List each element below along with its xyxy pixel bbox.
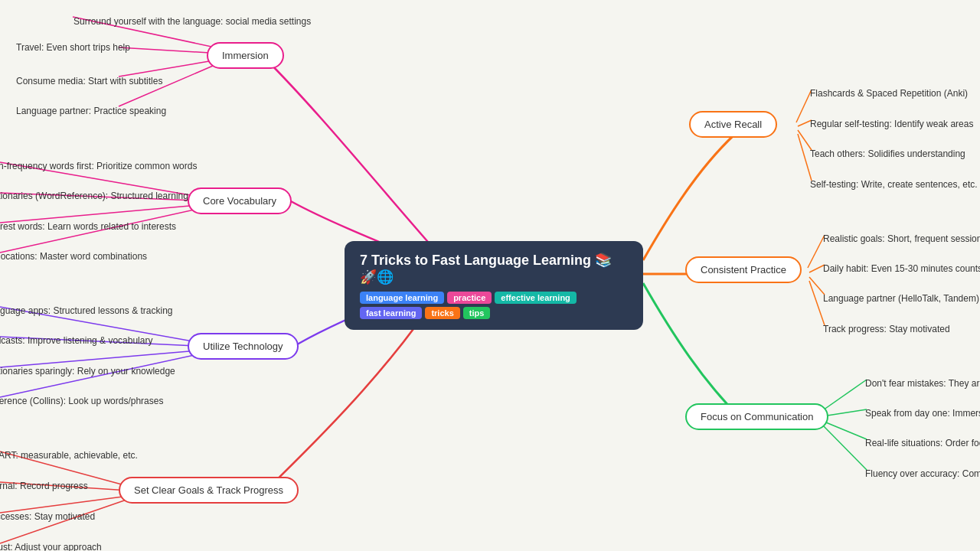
svg-line-23 [809, 281, 825, 325]
leaf-vocab-4: Collocations: Master word combinations [0, 251, 147, 262]
node-immersion-box: Immersion [207, 42, 284, 69]
leaf-vocab-2: Dictionaries (WordReference): Structured… [0, 191, 188, 201]
leaf-vocab-1: High-frequency words first: Prioritize c… [0, 161, 197, 171]
node-activerecall-box: Active Recall [689, 111, 777, 138]
leaf-cons-4: Track progress: Stay motivated [823, 324, 950, 334]
node-corevocab-box: Core Vocabulary [188, 187, 292, 214]
leaf-recall-4: Self-testing: Write, create sentences, e… [810, 179, 978, 190]
svg-line-25 [822, 409, 867, 416]
leaf-vocab-3: Interest words: Learn words related to i… [0, 221, 176, 232]
tag-fast-learning: fast learning [360, 307, 422, 319]
svg-line-16 [796, 90, 812, 122]
leaf-immersion-2: Travel: Even short trips help [16, 42, 130, 53]
svg-line-22 [809, 277, 825, 295]
svg-line-21 [809, 265, 825, 272]
tag-tips: tips [463, 307, 491, 319]
node-utilize-box: Utilize Technology [188, 333, 299, 360]
node-immersion[interactable]: Immersion [207, 42, 284, 69]
leaf-tech-4: Reference (Collins): Look up words/phras… [0, 396, 163, 406]
svg-line-10 [0, 350, 198, 367]
center-tags: language learning practice effective lea… [360, 292, 628, 319]
leaf-focus-1: Don't fear mistakes: They are part of le… [865, 378, 980, 389]
leaf-recall-2: Regular self-testing: Identify weak area… [810, 119, 973, 129]
svg-line-26 [822, 421, 867, 439]
leaf-tech-2: Podcasts: Improve listening & vocabulary [0, 335, 152, 346]
node-goals-box: Set Clear Goals & Track Progress [119, 477, 299, 504]
node-utilize-technology[interactable]: Utilize Technology [188, 333, 299, 360]
svg-line-2 [119, 60, 218, 77]
leaf-cons-1: Realistic goals: Short, frequent session… [823, 233, 980, 244]
tag-tricks: tricks [425, 307, 459, 319]
leaf-focus-4: Fluency over accuracy: Communication fir… [865, 468, 980, 479]
leaf-focus-2: Speak from day one: Immerse yourself [865, 408, 980, 419]
node-active-recall[interactable]: Active Recall [689, 111, 777, 138]
node-consistent-box: Consistent Practice [685, 256, 802, 283]
leaf-immersion-1: Surround yourself with the language: soc… [74, 16, 311, 27]
center-title: 7 Tricks to Fast Language Learning 📚🚀🌐 [360, 252, 628, 285]
leaf-goals-1: SMART: measurable, achievable, etc. [0, 450, 138, 461]
leaf-focus-3: Real-life situations: Order food, ask di… [865, 438, 980, 448]
leaf-tech-3: Dictionaries sparingly: Rely on your kno… [0, 366, 175, 377]
node-focus-communication[interactable]: Focus on Communication [685, 403, 828, 430]
leaf-tech-1: Language apps: Structured lessons & trac… [0, 305, 172, 316]
node-set-clear-goals[interactable]: Set Clear Goals & Track Progress [119, 477, 299, 504]
leaf-goals-3: Successes: Stay motivated [0, 511, 95, 522]
svg-line-18 [798, 130, 812, 150]
leaf-recall-3: Teach others: Solidifies understanding [810, 148, 965, 159]
leaf-goals-4: Adjust: Adjust your approach [0, 542, 102, 551]
tag-effective-learning: effective learning [495, 292, 576, 304]
leaf-cons-3: Language partner (HelloTalk, Tandem) [823, 293, 979, 304]
tag-practice: practice [447, 292, 492, 304]
center-node: 7 Tricks to Fast Language Learning 📚🚀🌐 l… [345, 241, 643, 330]
svg-line-27 [822, 425, 867, 470]
svg-line-20 [808, 235, 825, 268]
leaf-immersion-4: Language partner: Practice speaking [16, 106, 166, 116]
leaf-cons-2: Daily habit: Even 15-30 minutes counts [823, 263, 980, 274]
svg-line-6 [0, 205, 198, 223]
node-core-vocabulary[interactable]: Core Vocabulary [188, 187, 292, 214]
node-consistent-practice[interactable]: Consistent Practice [685, 256, 802, 283]
leaf-goals-2: Journal: Record progress [0, 481, 88, 491]
tag-language-learning: language learning [360, 292, 444, 304]
svg-line-14 [0, 496, 129, 513]
node-focus-box: Focus on Communication [685, 403, 828, 430]
leaf-recall-1: Flashcards & Spaced Repetition (Anki) [810, 88, 968, 99]
leaf-immersion-3: Consume media: Start with subtitles [16, 76, 162, 86]
